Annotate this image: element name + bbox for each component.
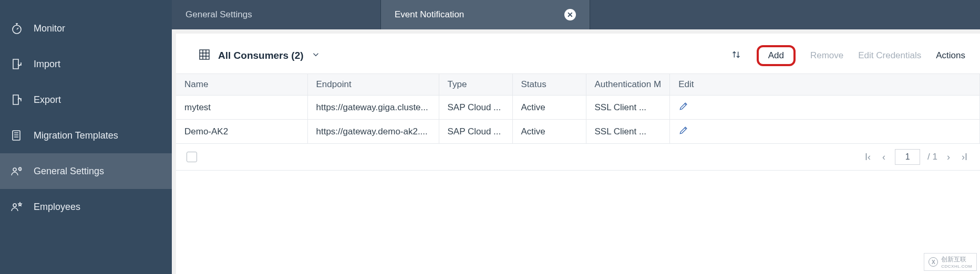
- sidebar-item-monitor[interactable]: Monitor: [0, 10, 172, 46]
- watermark-text: 创新互联: [941, 256, 966, 263]
- add-button[interactable]: Add: [768, 50, 784, 60]
- last-page-button[interactable]: ›I: [960, 151, 969, 164]
- page-total: / 1: [927, 152, 937, 162]
- edit-icon[interactable]: [678, 128, 689, 138]
- cell-endpoint: https://gateway.demo-ak2....: [307, 120, 439, 144]
- actions-button[interactable]: Actions: [936, 50, 965, 61]
- page-input[interactable]: [895, 149, 920, 165]
- content: All Consumers (2) Add Remove Edit Creden…: [176, 34, 980, 274]
- col-endpoint[interactable]: Endpoint: [307, 74, 439, 96]
- col-status[interactable]: Status: [512, 74, 586, 96]
- sidebar-item-employees[interactable]: Employees: [0, 189, 172, 225]
- svg-point-3: [19, 168, 21, 170]
- cell-auth: SSL Client ...: [586, 120, 670, 144]
- import-icon: [11, 58, 23, 70]
- col-name[interactable]: Name: [176, 74, 307, 96]
- tab-label: Event Notification: [395, 9, 464, 20]
- svg-point-4: [13, 204, 16, 207]
- close-icon[interactable]: ✕: [564, 9, 576, 20]
- consumers-title: All Consumers (2): [218, 50, 304, 61]
- first-page-button[interactable]: I‹: [863, 151, 873, 164]
- cell-edit: [670, 96, 980, 120]
- cell-auth: SSL Client ...: [586, 96, 670, 120]
- col-edit[interactable]: Edit: [670, 74, 980, 96]
- svg-point-2: [13, 168, 16, 171]
- consumers-table: Name Endpoint Type Status Authentication…: [176, 73, 980, 144]
- watermark-sub: CDCXHL.COM: [941, 264, 972, 269]
- next-page-button[interactable]: ›: [945, 151, 952, 164]
- stopwatch-icon: [11, 22, 23, 35]
- cell-status: Active: [512, 120, 586, 144]
- table-row[interactable]: mytest https://gateway.giga.cluste... SA…: [176, 96, 980, 120]
- sidebar-item-general-settings[interactable]: General Settings: [0, 153, 172, 189]
- templates-icon: [11, 129, 23, 142]
- select-all-checkbox[interactable]: [187, 152, 197, 162]
- watermark: X 创新互联 CDCXHL.COM: [924, 253, 977, 271]
- prev-page-button[interactable]: ‹: [880, 151, 888, 164]
- tab-filler: [590, 0, 980, 29]
- watermark-logo-icon: X: [929, 257, 938, 267]
- sidebar: Monitor Import Export Migration Template…: [0, 0, 172, 274]
- col-auth[interactable]: Authentication M: [586, 74, 670, 96]
- tab-label: General Settings: [185, 9, 252, 20]
- chevron-down-icon[interactable]: [311, 50, 321, 61]
- sidebar-item-import[interactable]: Import: [0, 46, 172, 82]
- sort-icon[interactable]: [730, 49, 742, 62]
- table-footer: I‹ ‹ / 1 › ›I: [176, 144, 980, 171]
- sidebar-item-label: Monitor: [34, 23, 65, 34]
- cell-type: SAP Cloud ...: [439, 96, 512, 120]
- sidebar-item-label: Employees: [34, 202, 80, 213]
- remove-button[interactable]: Remove: [810, 50, 843, 61]
- pagination: I‹ ‹ / 1 › ›I: [863, 149, 969, 165]
- users-star-icon: [11, 201, 23, 213]
- export-icon: [11, 93, 23, 106]
- col-type[interactable]: Type: [439, 74, 512, 96]
- sidebar-item-migration-templates[interactable]: Migration Templates: [0, 118, 172, 153]
- svg-rect-5: [200, 50, 209, 59]
- cell-name: mytest: [176, 96, 307, 120]
- sidebar-item-label: Import: [34, 59, 60, 70]
- cell-edit: [670, 120, 980, 144]
- sidebar-item-label: General Settings: [34, 166, 104, 177]
- tab-general-settings[interactable]: General Settings: [172, 0, 381, 29]
- edit-credentials-button[interactable]: Edit Credentials: [858, 50, 921, 61]
- cell-status: Active: [512, 96, 586, 120]
- cell-name: Demo-AK2: [176, 120, 307, 144]
- cell-endpoint: https://gateway.giga.cluste...: [307, 96, 439, 120]
- cell-type: SAP Cloud ...: [439, 120, 512, 144]
- svg-rect-1: [13, 131, 20, 140]
- toolbar: All Consumers (2) Add Remove Edit Creden…: [176, 43, 980, 73]
- tab-event-notification[interactable]: Event Notification ✕: [381, 0, 590, 29]
- tabs: General Settings Event Notification ✕: [172, 0, 980, 29]
- users-gear-icon: [11, 165, 23, 177]
- sidebar-item-label: Migration Templates: [34, 130, 118, 141]
- grid-icon[interactable]: [198, 48, 211, 63]
- add-button-highlight: Add: [757, 45, 796, 66]
- sidebar-item-label: Export: [34, 94, 61, 106]
- main: General Settings Event Notification ✕ Al…: [172, 0, 980, 274]
- edit-icon[interactable]: [678, 103, 689, 113]
- table-row[interactable]: Demo-AK2 https://gateway.demo-ak2.... SA…: [176, 120, 980, 144]
- sidebar-item-export[interactable]: Export: [0, 82, 172, 118]
